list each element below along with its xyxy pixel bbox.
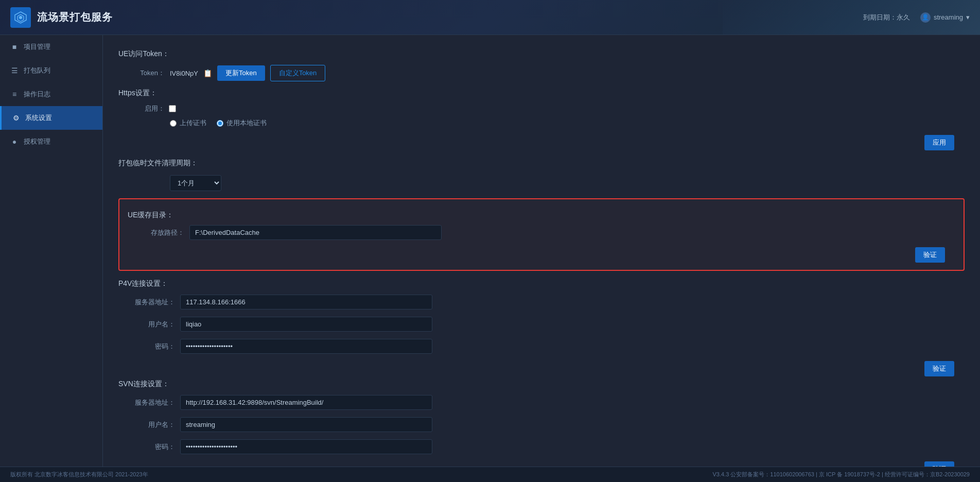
refresh-token-button[interactable]: 更新Token [217, 65, 265, 81]
header-right: 到期日期：永久 👤 streaming ▾ [863, 12, 970, 23]
token-row: Token： IV8i0NpY 📋 更新Token 自定义Token [118, 65, 965, 81]
logo [10, 7, 31, 28]
sidebar: ■ 项目管理 ☰ 打包队列 ≡ 操作日志 ⚙ 系统设置 ● 授权管理 [0, 35, 103, 467]
p4v-user-label: 用户名： [118, 320, 175, 329]
sidebar-item-auth[interactable]: ● 授权管理 [0, 130, 102, 153]
username: streaming [934, 13, 963, 21]
header-left: 流场景打包服务 [10, 7, 113, 28]
upload-cert-label: 上传证书 [180, 118, 206, 128]
footer-version: V3.4.3 公安部备案号：11010602006763 | 京 ICP 备 1… [712, 471, 970, 478]
svn-pass-row: 密码： [118, 439, 965, 454]
expiry-label: 到期日期：永久 [863, 13, 910, 22]
footer: 版权所有 北京数字冰客信息技术有限公司 2021-2023年 V3.4.3 公安… [0, 467, 980, 482]
storage-path-label: 存放路径： [128, 228, 184, 237]
p4v-server-input[interactable] [180, 295, 432, 309]
settings-icon: ⚙ [12, 114, 20, 122]
sidebar-label-log: 操作日志 [24, 90, 50, 99]
ue-cache-section-title: UE缓存目录： [128, 211, 955, 220]
auth-icon: ● [10, 137, 19, 146]
sidebar-label-settings: 系统设置 [25, 113, 52, 123]
svn-user-input[interactable] [180, 417, 432, 432]
svn-section-title: SVN连接设置： [118, 380, 965, 389]
sidebar-label-queue: 打包队列 [24, 66, 50, 75]
local-cert-label: 使用本地证书 [226, 118, 267, 128]
storage-path-input[interactable] [189, 225, 442, 240]
sidebar-item-log[interactable]: ≡ 操作日志 [0, 82, 102, 106]
cert-radio-group: 上传证书 使用本地证书 [170, 118, 965, 128]
project-icon: ■ [10, 43, 19, 51]
sidebar-item-queue[interactable]: ☰ 打包队列 [0, 59, 102, 82]
upload-cert-option[interactable]: 上传证书 [170, 118, 206, 128]
user-menu[interactable]: 👤 streaming ▾ [920, 12, 970, 23]
p4v-user-row: 用户名： [118, 317, 965, 332]
apply-row: 应用 [118, 135, 965, 150]
p4v-pass-label: 密码： [118, 342, 175, 351]
cleanup-section-title: 打包临时文件清理周期： [118, 159, 198, 168]
p4v-server-label: 服务器地址： [118, 298, 175, 307]
queue-icon: ☰ [10, 66, 19, 75]
verify-svn-row: 验证 [118, 461, 965, 467]
verify-cache-row: 验证 [128, 247, 955, 263]
p4v-user-input[interactable] [180, 317, 432, 332]
header: 流场景打包服务 到期日期：永久 👤 streaming ▾ [0, 0, 980, 35]
storage-path-row: 存放路径： [128, 225, 955, 240]
copy-icon[interactable]: 📋 [203, 69, 212, 77]
p4v-pass-row: 密码： [118, 339, 965, 354]
sidebar-item-settings[interactable]: ⚙ 系统设置 [0, 106, 102, 130]
verify-svn-button[interactable]: 验证 [924, 461, 954, 467]
p4v-pass-input[interactable] [180, 339, 432, 354]
https-enable-checkbox[interactable] [169, 105, 176, 112]
local-cert-option[interactable]: 使用本地证书 [217, 118, 267, 128]
verify-p4v-button[interactable]: 验证 [924, 361, 954, 376]
svn-user-label: 用户名： [118, 420, 175, 429]
verify-cache-button[interactable]: 验证 [915, 247, 945, 263]
verify-p4v-row: 验证 [118, 361, 965, 376]
p4v-section-title: P4V连接设置： [118, 279, 965, 288]
content-area: UE访问Token： Token： IV8i0NpY 📋 更新Token 自定义… [103, 35, 980, 467]
apply-button[interactable]: 应用 [924, 135, 954, 150]
svn-pass-label: 密码： [118, 442, 175, 452]
sidebar-item-project[interactable]: ■ 项目管理 [0, 35, 102, 59]
cleanup-row: 打包临时文件清理周期： [118, 159, 965, 168]
svn-server-input[interactable] [180, 395, 432, 410]
https-section-title: Https设置： [118, 89, 965, 98]
cleanup-period-select[interactable]: 1个月 3个月 6个月 永久 [170, 175, 221, 191]
token-value: IV8i0NpY [170, 70, 198, 77]
sidebar-label-auth: 授权管理 [24, 137, 50, 146]
sidebar-label-project: 项目管理 [24, 42, 50, 51]
svg-point-2 [19, 16, 22, 19]
ue-token-section-title: UE访问Token： [118, 49, 965, 59]
ue-cache-box: UE缓存目录： 存放路径： 验证 [118, 198, 965, 271]
user-icon: 👤 [920, 12, 931, 23]
p4v-server-row: 服务器地址： [118, 295, 965, 309]
https-enable-label: 启用： [118, 104, 165, 113]
dropdown-arrow: ▾ [966, 13, 970, 21]
svn-user-row: 用户名： [118, 417, 965, 432]
local-cert-radio[interactable] [217, 120, 223, 127]
app-title: 流场景打包服务 [37, 10, 113, 24]
upload-cert-radio[interactable] [170, 120, 177, 127]
main-layout: ■ 项目管理 ☰ 打包队列 ≡ 操作日志 ⚙ 系统设置 ● 授权管理 UE访问T… [0, 35, 980, 467]
svn-server-label: 服务器地址： [118, 398, 175, 407]
footer-copyright: 版权所有 北京数字冰客信息技术有限公司 2021-2023年 [10, 471, 148, 478]
cleanup-select-row: 1个月 3个月 6个月 永久 [118, 175, 965, 191]
log-icon: ≡ [10, 90, 19, 98]
token-label: Token： [118, 68, 165, 78]
svn-pass-input[interactable] [180, 439, 432, 454]
svn-server-row: 服务器地址： [118, 395, 965, 410]
custom-token-button[interactable]: 自定义Token [270, 65, 326, 81]
https-enable-row: 启用： [118, 104, 965, 113]
